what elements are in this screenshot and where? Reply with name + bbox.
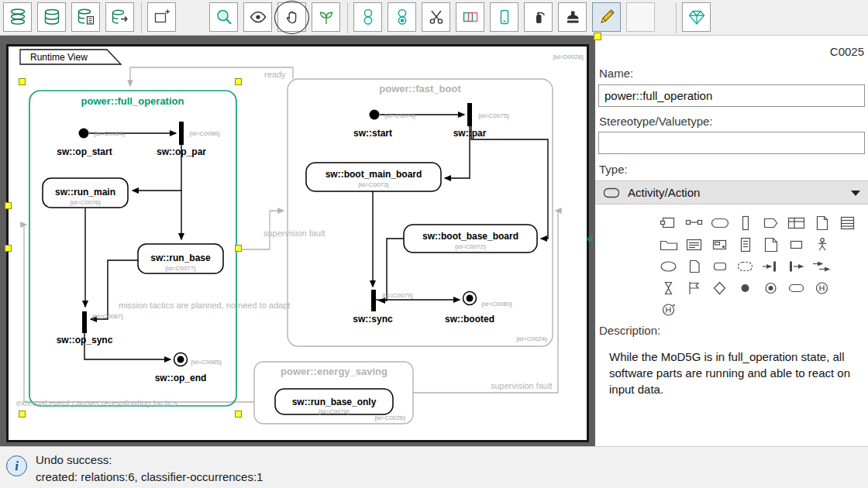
selection-handle[interactable] [235, 78, 242, 85]
action-icon[interactable] [708, 257, 732, 276]
gem-icon [687, 8, 706, 26]
hourglass-icon [359, 8, 377, 26]
selection-handle[interactable] [19, 411, 26, 418]
diagram-page[interactable]: Runtime View [6, 44, 589, 442]
palette-row [657, 301, 683, 319]
state-fast-boot[interactable] [288, 79, 553, 346]
shallow-history-icon[interactable] [657, 301, 680, 319]
hourglass-alt-button[interactable] [388, 2, 416, 32]
frame-icon[interactable] [657, 214, 680, 232]
chevron-down-icon [851, 191, 860, 196]
stamp-button[interactable] [558, 2, 587, 32]
labeled-box-icon[interactable] [708, 235, 732, 254]
signal-icon[interactable] [760, 214, 783, 232]
page-icon[interactable] [811, 214, 834, 232]
selection-handle[interactable] [19, 78, 26, 85]
text-block-icon[interactable] [683, 235, 706, 254]
id-label: {id=C0072} [455, 243, 486, 250]
visibility-button[interactable] [243, 2, 272, 32]
node-label: sw::sync [353, 314, 393, 325]
transition-bootbase-sync[interactable] [379, 239, 404, 301]
selection-handle[interactable] [235, 411, 242, 418]
selection-handle[interactable] [594, 33, 601, 40]
palette-row [657, 257, 836, 276]
overlay-rects-icon [461, 8, 480, 26]
folder-icon[interactable] [657, 235, 680, 254]
initial-node-icon[interactable] [734, 279, 757, 297]
initial-node-start[interactable] [370, 110, 380, 120]
seedling-button[interactable] [312, 2, 340, 32]
fork-bar-par[interactable] [467, 103, 472, 126]
fork-transition-icon[interactable] [785, 257, 808, 276]
selection-handle[interactable] [5, 245, 12, 252]
diagram-area: Runtime View [0, 36, 595, 446]
eye-icon [249, 8, 267, 26]
db-save-button[interactable] [71, 2, 100, 32]
decision-icon[interactable] [708, 279, 732, 297]
view-tab[interactable]: Runtime View [19, 49, 128, 65]
hourglass-shape-icon[interactable] [657, 279, 680, 297]
join-transition-icon[interactable] [760, 257, 783, 276]
fork-bar-op-par[interactable] [179, 122, 184, 145]
node-label: sw::boot_base_board [422, 231, 518, 242]
db-layers-button[interactable] [3, 2, 32, 32]
note-text: mission tactics are planned, no need to … [119, 301, 290, 310]
selection-handle[interactable] [235, 245, 242, 252]
wide-activity-icon[interactable] [708, 214, 732, 232]
gem-button[interactable] [682, 2, 711, 32]
initial-node-op-start[interactable] [79, 129, 89, 139]
node-label: sw::run_base_only [292, 397, 377, 407]
final-node-icon[interactable] [760, 279, 783, 297]
rounded-state-icon[interactable] [785, 279, 808, 297]
edit-pencil-button[interactable] [592, 2, 621, 32]
scissors-icon [427, 8, 446, 26]
join-bar-sync[interactable] [371, 290, 376, 311]
partition-icon[interactable] [734, 214, 757, 232]
node-label: sw::booted [445, 314, 494, 325]
id-label: {id=C0076} [70, 199, 101, 206]
document-icon[interactable] [734, 235, 757, 254]
actor-icon[interactable] [811, 235, 834, 254]
new-frame-button[interactable] [147, 2, 176, 32]
ellipse-icon[interactable] [657, 257, 680, 276]
mobile-device-icon [495, 8, 514, 26]
connector-icon[interactable] [683, 214, 706, 232]
hourglass-outline-button[interactable] [353, 2, 382, 32]
zoom-button[interactable] [209, 2, 238, 32]
name-input[interactable] [598, 84, 865, 107]
panel-collapse-icon[interactable]: « [587, 231, 594, 246]
small-box-icon[interactable] [785, 235, 808, 254]
cut-button[interactable] [422, 2, 450, 32]
db-export-button[interactable] [105, 2, 134, 32]
stamp-icon [563, 8, 582, 26]
table-icon[interactable] [785, 214, 808, 232]
type-label: Type: [599, 163, 628, 176]
type-dropdown[interactable]: Activity/Action [595, 180, 868, 204]
flag-icon[interactable] [683, 279, 706, 297]
db-layers-2-icon [43, 8, 61, 26]
empty-slot-button[interactable] [626, 2, 655, 32]
dashed-action-icon[interactable] [734, 257, 757, 276]
list-icon[interactable] [836, 214, 859, 232]
search-icon [215, 8, 233, 26]
overlay-rects-button[interactable] [456, 2, 484, 32]
stereotype-input[interactable] [598, 132, 865, 154]
toolbar-separator [347, 2, 348, 33]
diagram-canvas[interactable]: power::full_operation power::fast_boot p… [9, 46, 587, 440]
node-label: sw::start [353, 128, 392, 139]
mobile-device-button[interactable] [490, 2, 518, 32]
transition-runbase-opsync[interactable] [91, 260, 138, 319]
db-layers-2-button[interactable] [37, 2, 66, 32]
view-tab-label: Runtime View [30, 52, 88, 63]
double-transition-icon[interactable] [811, 257, 834, 276]
transition-par-bootbase[interactable] [471, 126, 548, 239]
history-icon[interactable] [811, 279, 834, 297]
extinguisher-button[interactable] [524, 2, 553, 32]
pan-button[interactable] [277, 2, 306, 32]
join-bar-op-sync[interactable] [82, 311, 87, 333]
id-label: {id=C0075} [478, 112, 509, 119]
small-note-icon[interactable] [683, 257, 706, 276]
description-text[interactable]: While the MoD5G is in full_operation sta… [609, 349, 859, 397]
selection-handle[interactable] [5, 202, 12, 209]
note-icon[interactable] [760, 235, 783, 254]
